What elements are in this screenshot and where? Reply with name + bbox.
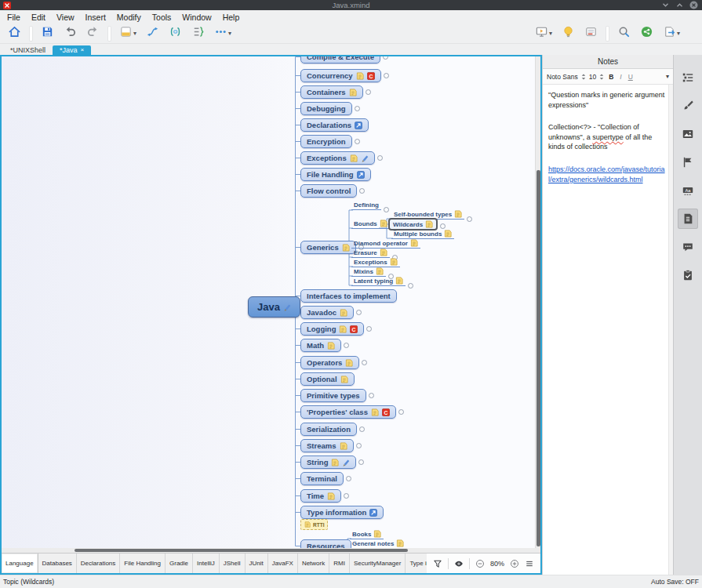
vertical-scrollbar-thumb[interactable] bbox=[537, 170, 540, 546]
maximize-icon[interactable] bbox=[675, 1, 684, 9]
subtopic[interactable]: Latent typing bbox=[351, 277, 413, 286]
collapse-toggle[interactable] bbox=[408, 283, 413, 289]
note-icon[interactable] bbox=[331, 459, 339, 466]
undo-button[interactable] bbox=[60, 24, 80, 43]
share-button[interactable] bbox=[637, 24, 657, 43]
topic[interactable]: Javadoc bbox=[300, 306, 362, 319]
collapse-toggle[interactable] bbox=[356, 310, 362, 315]
magnifier-button[interactable] bbox=[614, 24, 634, 43]
collapse-toggle[interactable] bbox=[355, 139, 360, 144]
topic[interactable]: Terminal bbox=[300, 472, 351, 485]
filter-icon[interactable] bbox=[433, 559, 442, 568]
horizontal-scrollbar[interactable] bbox=[2, 548, 540, 553]
collapse-toggle[interactable] bbox=[377, 155, 383, 161]
topic[interactable]: String bbox=[300, 456, 364, 469]
collapse-toggle[interactable] bbox=[398, 409, 404, 415]
menu-modify[interactable]: Modify bbox=[111, 12, 147, 23]
note-icon[interactable] bbox=[349, 89, 357, 96]
sheet-tab-declarations[interactable]: Declarations bbox=[77, 554, 120, 573]
sheet-tab-network[interactable]: Network bbox=[298, 554, 329, 573]
callout-rtti[interactable]: RTTI bbox=[300, 519, 328, 530]
underline-button[interactable]: U bbox=[627, 73, 635, 81]
zoom-in-icon[interactable] bbox=[510, 559, 519, 568]
topic[interactable]: Resources bbox=[300, 539, 351, 548]
root-topic[interactable]: Java bbox=[248, 296, 300, 318]
note-icon[interactable] bbox=[390, 258, 398, 266]
boundary-button[interactable] bbox=[165, 24, 185, 43]
collapse-toggle[interactable] bbox=[384, 73, 389, 78]
sheet-button[interactable]: ▾ bbox=[116, 24, 140, 43]
topic[interactable]: Optional bbox=[300, 372, 355, 386]
minimize-icon[interactable] bbox=[661, 1, 670, 9]
close-icon[interactable] bbox=[689, 1, 698, 9]
tab-java[interactable]: *Java× bbox=[53, 45, 91, 55]
collapse-toggle[interactable] bbox=[366, 89, 371, 95]
note-icon[interactable] bbox=[395, 277, 403, 285]
collapse-toggle[interactable] bbox=[366, 326, 372, 332]
vertical-scrollbar[interactable] bbox=[535, 56, 540, 548]
note-icon[interactable] bbox=[454, 210, 462, 218]
note-icon[interactable] bbox=[410, 239, 418, 247]
ellipsis-button[interactable]: ▾ bbox=[211, 24, 235, 43]
collapse-toggle[interactable] bbox=[346, 476, 351, 481]
collapse-toggle[interactable] bbox=[369, 393, 374, 398]
collapse-toggle[interactable] bbox=[440, 223, 446, 229]
collapse-toggle[interactable] bbox=[355, 106, 360, 111]
collapse-toggle[interactable] bbox=[384, 207, 389, 212]
sheet-tab-junit[interactable]: JUnit bbox=[246, 554, 268, 573]
sheet-tab-intellij[interactable]: IntelliJ bbox=[193, 554, 220, 573]
bulb-button[interactable] bbox=[558, 24, 578, 43]
menu-edit[interactable]: Edit bbox=[26, 12, 51, 23]
topic[interactable]: Primitive types bbox=[300, 389, 374, 402]
chevron-down-icon[interactable]: ▾ bbox=[677, 30, 680, 37]
subtopic[interactable]: Books bbox=[350, 530, 384, 539]
topic[interactable]: Flow control bbox=[300, 184, 365, 198]
font-family-select[interactable]: Noto Sans bbox=[547, 73, 578, 81]
topic[interactable]: Type information bbox=[300, 506, 384, 519]
note-icon[interactable] bbox=[380, 249, 387, 256]
topic[interactable]: Containers bbox=[300, 85, 371, 99]
sheet-tab-gradle[interactable]: Gradle bbox=[165, 554, 193, 573]
save-button[interactable] bbox=[38, 24, 57, 43]
image-icon[interactable] bbox=[678, 124, 698, 144]
export-button[interactable]: ▾ bbox=[660, 24, 683, 43]
notepin-button[interactable] bbox=[581, 24, 601, 43]
note-icon[interactable] bbox=[380, 220, 387, 227]
topic[interactable]: Serialization bbox=[300, 423, 365, 436]
topic[interactable]: File Handling bbox=[300, 168, 371, 181]
note-icon[interactable] bbox=[340, 376, 348, 383]
topic[interactable]: Operators bbox=[300, 356, 367, 369]
summary-button[interactable] bbox=[188, 24, 208, 43]
collapse-toggle[interactable] bbox=[362, 360, 367, 365]
tab-unixshell[interactable]: *UNIXShell bbox=[3, 45, 53, 55]
maplink-icon[interactable] bbox=[357, 171, 365, 179]
maplink-icon[interactable] bbox=[369, 509, 377, 517]
topic[interactable]: ConcurrencyC bbox=[300, 69, 389, 82]
subtopic[interactable]: Mixins bbox=[351, 267, 394, 277]
sheet-tab-jshell[interactable]: JShell bbox=[220, 554, 246, 573]
collapse-toggle[interactable] bbox=[467, 216, 472, 222]
attachment-icon[interactable] bbox=[361, 154, 369, 162]
menu-view[interactable]: View bbox=[51, 12, 80, 23]
note-icon[interactable] bbox=[373, 530, 381, 538]
zoom-level[interactable]: 80% bbox=[490, 560, 504, 568]
subtopic[interactable]: Multiple bounds bbox=[391, 230, 454, 239]
map-viewport[interactable]: Compile & ExecuteConcurrencyCContainersD… bbox=[2, 56, 540, 548]
outline-icon[interactable] bbox=[678, 67, 698, 88]
collapse-toggle[interactable] bbox=[356, 443, 362, 448]
italic-button[interactable]: I bbox=[618, 73, 623, 81]
eye-icon[interactable] bbox=[454, 559, 464, 568]
red-c-icon[interactable]: C bbox=[367, 72, 375, 80]
topic[interactable]: Compile & Execute bbox=[300, 56, 388, 64]
sheet-menu-icon[interactable] bbox=[525, 559, 534, 568]
note-icon[interactable] bbox=[396, 539, 404, 547]
tab-close-icon[interactable]: × bbox=[81, 47, 85, 53]
home-button[interactable] bbox=[5, 24, 24, 43]
subtopic[interactable]: Wildcards bbox=[388, 218, 446, 230]
topic[interactable]: Streams bbox=[300, 439, 362, 452]
notes-toolbar-more-icon[interactable]: ▾ bbox=[666, 73, 669, 80]
notes-scrollbar[interactable] bbox=[668, 85, 673, 575]
maplink-icon[interactable] bbox=[355, 122, 362, 129]
subtopic[interactable]: Exceptions bbox=[351, 258, 400, 267]
notes-link[interactable]: https://docs.oracle.com/javase/tutorial/… bbox=[548, 165, 665, 183]
